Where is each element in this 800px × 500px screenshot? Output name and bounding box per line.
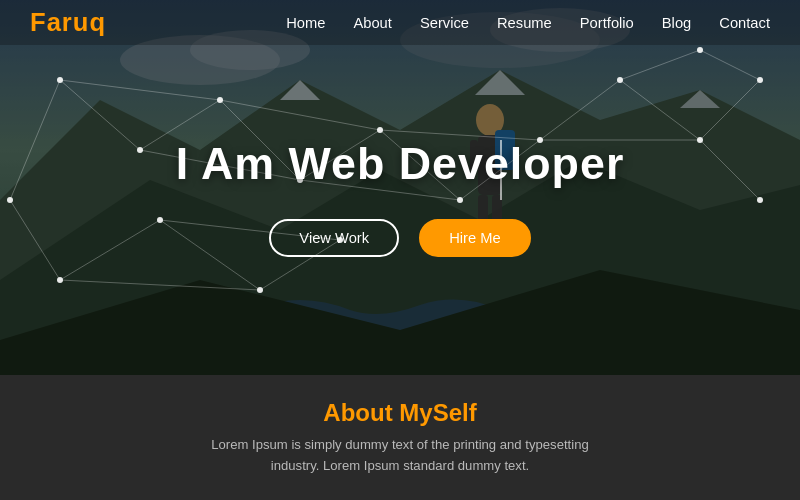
navbar: Faruq Home About Service Resume Portfoli… <box>0 0 800 45</box>
about-title-text: About <box>323 399 399 426</box>
about-section: About MySelf Lorem Ipsum is simply dummy… <box>0 375 800 500</box>
about-desc-line1: Lorem Ipsum is simply dummy text of the … <box>211 437 588 452</box>
about-title-highlight: MySelf <box>399 399 476 426</box>
nav-links: Home About Service Resume Portfolio Blog… <box>286 14 770 32</box>
about-title: About MySelf <box>323 399 476 427</box>
nav-portfolio[interactable]: Portfolio <box>580 15 634 31</box>
hero-title: I Am Web Developer <box>176 138 625 189</box>
about-desc-line2: industry. Lorem Ipsum standard dummy tex… <box>271 458 529 473</box>
nav-about[interactable]: About <box>353 15 391 31</box>
logo[interactable]: Faruq <box>30 8 106 37</box>
view-work-button[interactable]: View Work <box>269 219 399 257</box>
hire-me-button[interactable]: Hire Me <box>419 219 531 257</box>
nav-contact[interactable]: Contact <box>719 15 770 31</box>
hero-buttons: View Work Hire Me <box>269 219 530 257</box>
hero-content: I Am Web Developer View Work Hire Me <box>0 0 800 375</box>
nav-service[interactable]: Service <box>420 15 469 31</box>
hero-section: I Am Web Developer View Work Hire Me <box>0 0 800 375</box>
nav-resume[interactable]: Resume <box>497 15 552 31</box>
nav-home[interactable]: Home <box>286 15 325 31</box>
about-description: Lorem Ipsum is simply dummy text of the … <box>211 435 588 476</box>
nav-blog[interactable]: Blog <box>662 15 691 31</box>
